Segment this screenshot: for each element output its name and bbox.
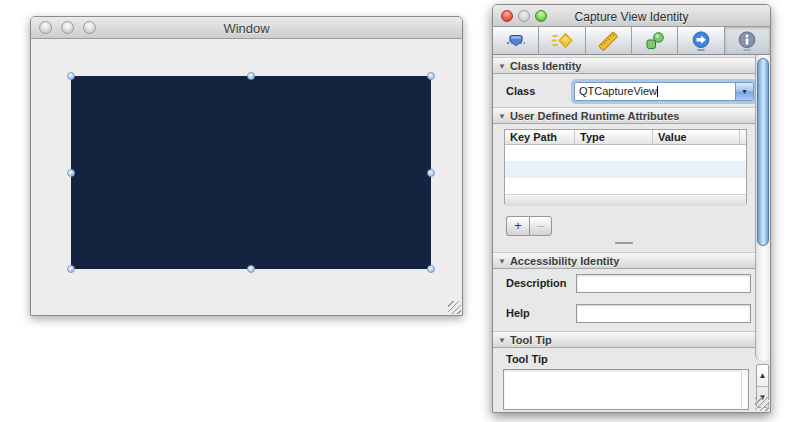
inspector-titlebar[interactable]: Capture View Identity [493,5,770,27]
tab-effects-inspector[interactable] [539,27,585,54]
selection-handle-bottom-left[interactable] [67,265,75,273]
design-window-title: Window [31,21,462,36]
connections-inspector-icon [690,30,712,52]
selection-handle-top-right[interactable] [427,72,435,80]
scrollbar-thumb[interactable] [757,58,769,246]
column-header-spacer [740,130,746,144]
runtime-attributes-table[interactable]: Key Path Type Value [504,129,747,204]
table-button-group: + – [506,216,552,236]
design-window-titlebar[interactable]: Window [31,17,462,39]
help-label: Help [506,307,530,319]
disclosure-triangle-icon[interactable]: ▼ [498,109,506,125]
section-title: Tool Tip [510,334,552,346]
tool-tip-label: Tool Tip [506,353,548,365]
tab-attributes-inspector[interactable] [493,27,539,54]
attributes-inspector-icon [505,30,527,52]
inspector-title: Capture View Identity [493,10,770,24]
scroll-up-arrow[interactable]: ▲ [757,365,768,386]
description-label: Description [506,277,567,289]
table-row[interactable] [505,161,746,178]
class-label: Class [506,85,535,97]
inspector-panel: Capture View Identity [492,4,771,413]
scrollbar-track[interactable] [755,55,770,361]
inspector-scrollbar: ▲ ▼ [755,55,770,412]
remove-attribute-button: – [529,216,552,236]
section-header-accessibility[interactable]: ▼Accessibility Identity [493,252,755,269]
size-inspector-icon [597,30,619,52]
effects-inspector-icon [551,30,573,52]
design-window-content [31,40,462,315]
class-input-value: QTCaptureView [579,85,657,97]
help-field[interactable] [576,304,751,323]
section-title: User Defined Runtime Attributes [510,110,680,122]
text-caret [657,86,658,97]
section-header-runtime-attributes[interactable]: ▼User Defined Runtime Attributes [493,107,755,124]
selection-handle-bottom-center[interactable] [247,265,255,273]
column-header-type[interactable]: Type [575,130,653,144]
tab-size-inspector[interactable] [586,27,632,54]
tab-bindings-inspector[interactable] [632,27,678,54]
combo-dropdown-button[interactable]: ▼ [735,83,753,100]
disclosure-triangle-icon[interactable]: ▼ [498,59,506,75]
resize-grip[interactable] [755,397,769,411]
pane-splitter-handle[interactable] [615,242,633,244]
selection-handle-bottom-right[interactable] [427,265,435,273]
section-title: Accessibility Identity [510,255,619,267]
section-title: Class Identity [510,60,582,72]
tool-tip-textarea[interactable] [503,369,749,410]
resize-grip[interactable] [448,301,461,314]
design-window: Window [30,16,463,316]
class-input[interactable]: QTCaptureView ▼ [574,82,754,101]
selection-handle-top-center[interactable] [247,72,255,80]
add-attribute-button[interactable]: + [506,216,529,236]
inspector-pane: ▼Class Identity Class QTCaptureView ▼ ▼U… [493,55,755,412]
bindings-inspector-icon [644,30,666,52]
selection-handle-middle-left[interactable] [67,169,75,177]
selection-handle-middle-right[interactable] [427,169,435,177]
section-header-tool-tip[interactable]: ▼Tool Tip [493,331,755,348]
tab-identity-inspector[interactable] [725,27,770,54]
disclosure-triangle-icon[interactable]: ▼ [498,254,506,270]
capture-view[interactable] [71,76,431,269]
table-row[interactable] [505,178,746,194]
description-field[interactable] [576,274,751,293]
tool-tip-scrollbar[interactable] [741,370,748,409]
table-footer-strip [505,194,746,206]
table-header-row: Key Path Type Value [505,130,746,145]
table-row[interactable] [505,145,746,161]
inspector-toolbar [493,27,770,55]
chevron-down-icon: ▼ [741,88,748,95]
column-header-key-path[interactable]: Key Path [505,130,575,144]
column-header-value[interactable]: Value [653,130,740,144]
identity-inspector-icon [736,30,758,52]
tab-connections-inspector[interactable] [678,27,724,54]
section-header-class-identity[interactable]: ▼Class Identity [493,57,755,74]
selection-handle-top-left[interactable] [67,72,75,80]
disclosure-triangle-icon[interactable]: ▼ [498,333,506,349]
